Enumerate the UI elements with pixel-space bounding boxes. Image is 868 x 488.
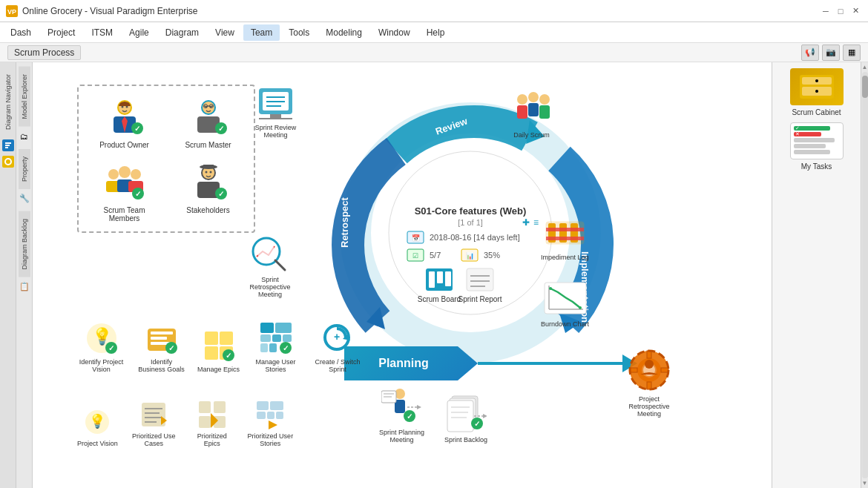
svg-marker-144	[269, 421, 277, 429]
svg-rect-2	[5, 142, 11, 144]
svg-rect-134	[199, 401, 211, 413]
backlog-icon[interactable]: 📋	[19, 280, 30, 292]
menu-window[interactable]: Window	[371, 24, 418, 41]
svg-text:✓: ✓	[135, 190, 141, 198]
prioritized-user-stories-label: Prioritized User Stories	[246, 432, 295, 447]
svg-rect-120	[269, 343, 277, 352]
sprint-review-meeting[interactable]: Sprint Review Meeting	[248, 85, 303, 139]
manage-user-stories[interactable]: ✓ Manage User Stories	[251, 321, 300, 373]
scroll-track-v	[862, 72, 868, 478]
project-retrospective-label: Project Retrospective Meeting	[619, 395, 679, 418]
sprint-retrospective[interactable]: Sprint Retrospective Meeting	[240, 233, 300, 298]
minimize-button[interactable]: ─	[819, 4, 832, 18]
property-tab[interactable]: Property	[19, 149, 30, 189]
menu-modeling[interactable]: Modeling	[318, 24, 369, 41]
svg-text:✚: ✚	[522, 217, 530, 228]
prioritized-epics[interactable]: Prioritized Epics	[190, 400, 234, 447]
svg-rect-88	[546, 228, 584, 231]
sprint-planning-meeting[interactable]: ✓ Sprint Planning Meeting	[374, 385, 430, 444]
model-icon[interactable]: 🗂	[19, 131, 30, 142]
svg-rect-142	[267, 412, 274, 419]
svg-text:✓: ✓	[407, 412, 412, 421]
menu-dash[interactable]: Dash	[3, 24, 39, 41]
sprint-backlog[interactable]: ✓ Sprint Backlog	[444, 392, 487, 444]
my-tasks-icon: ✓ ✕	[790, 122, 844, 159]
prioritized-epics-label: Prioritized Epics	[190, 432, 234, 447]
svg-text:35%: 35%	[484, 251, 500, 260]
scrum-team-item[interactable]: ✓ Scrum Team Members	[86, 159, 162, 225]
prioritized-use-cases-label: Prioritized Use Cases	[130, 432, 178, 447]
title-bar-left: VP Online Grocery - Visual Paradigm Ente…	[6, 5, 198, 17]
nav-icon-1[interactable]	[2, 139, 14, 151]
svg-text:✓: ✓	[218, 125, 224, 133]
manage-epics[interactable]: ✓ Manage Epics	[197, 329, 240, 373]
svg-point-35	[209, 171, 211, 173]
diagram-navigator-tab[interactable]: Diagram Navigator	[2, 67, 14, 137]
broadcast-icon-btn[interactable]: 📢	[801, 44, 819, 61]
product-owner-item[interactable]: ✓ Product Owner	[86, 93, 162, 151]
scroll-down-arrow[interactable]: ▼	[862, 480, 868, 487]
scrum-team-label: Scrum Team Members	[99, 206, 151, 222]
svg-point-93	[549, 287, 552, 290]
svg-rect-89	[546, 237, 584, 240]
svg-point-97	[257, 242, 274, 260]
menu-diagram[interactable]: Diagram	[158, 24, 206, 41]
menu-itsm[interactable]: ITSM	[84, 24, 120, 41]
scrum-cabinet-item[interactable]: Scrum Cabinet	[790, 68, 844, 116]
svg-text:✓: ✓	[226, 352, 231, 360]
scrum-master-item[interactable]: ✓ Scrum Master	[170, 93, 246, 151]
menu-project[interactable]: Project	[40, 24, 82, 41]
prioritized-user-stories[interactable]: Prioritized User Stories	[246, 400, 295, 447]
svg-point-178	[815, 90, 818, 93]
nav-icon-2[interactable]	[2, 156, 14, 168]
svg-rect-110	[205, 346, 218, 360]
right-scrollbar[interactable]: ▲ ▼	[861, 62, 868, 488]
menu-help[interactable]: Help	[419, 24, 453, 41]
svg-rect-117	[272, 334, 281, 342]
my-tasks-item[interactable]: ✓ ✕ My Tasks	[790, 122, 844, 171]
svg-rect-103	[151, 332, 173, 334]
menu-tools[interactable]: Tools	[281, 24, 317, 41]
stakeholders-item[interactable]: ✓ Stakeholders	[170, 159, 246, 225]
menu-team[interactable]: Team	[243, 24, 280, 41]
scrum-roles-box: ✓ Product Owner	[77, 85, 255, 233]
svg-rect-66	[467, 268, 493, 291]
app-title: Online Grocery - Visual Paradigm Enterpr…	[22, 6, 198, 16]
prioritized-use-cases[interactable]: Prioritized Use Cases	[130, 400, 178, 447]
identify-business-goals[interactable]: ✓ Identify Business Goals	[137, 321, 185, 373]
project-vision[interactable]: 💡 Project Vision	[77, 407, 118, 447]
planning-arrow[interactable]: Planning	[344, 346, 478, 380]
burndown-chart[interactable]: Burndown Chart	[541, 281, 589, 328]
property-icon[interactable]: 🔧	[19, 193, 30, 205]
project-retrospective[interactable]: Project Retrospective Meeting	[619, 348, 679, 418]
svg-rect-83	[539, 105, 550, 119]
svg-rect-63	[437, 271, 443, 283]
svg-point-34	[205, 171, 207, 173]
svg-rect-140	[270, 401, 283, 410]
svg-point-80	[528, 92, 539, 102]
svg-text:+: +	[334, 331, 340, 343]
create-switch-sprint[interactable]: + Create / Switch Sprint	[312, 321, 364, 373]
maximize-button[interactable]: □	[834, 4, 847, 18]
svg-line-96	[275, 260, 285, 270]
menu-agile[interactable]: Agile	[122, 24, 157, 41]
scroll-thumb-v[interactable]	[862, 76, 868, 98]
menu-view[interactable]: View	[208, 24, 242, 41]
identify-business-goals-label: Identify Business Goals	[137, 358, 185, 373]
svg-rect-81	[528, 103, 539, 116]
identify-project-vision[interactable]: 💡 ✓ Identify Project Vision	[77, 321, 125, 373]
my-tasks-label: My Tasks	[801, 162, 832, 171]
svg-text:S01-Core features (Web): S01-Core features (Web)	[415, 205, 527, 217]
camera-icon-btn[interactable]: 📷	[822, 44, 840, 61]
diagram-navigator-panel: Diagram Navigator	[0, 62, 16, 488]
diagram-backlog-tab[interactable]: Diagram Backlog	[19, 211, 30, 277]
impediment-log[interactable]: Impediment Log	[541, 214, 589, 261]
svg-point-27	[131, 169, 141, 179]
main-layout: Diagram Navigator Model Explorer 🗂 Prope…	[0, 62, 868, 488]
daily-scrum[interactable]: Daily Scrum	[511, 88, 552, 139]
title-bar: VP Online Grocery - Visual Paradigm Ente…	[0, 0, 868, 22]
model-explorer-tab[interactable]: Model Explorer	[19, 67, 30, 127]
close-button[interactable]: ✕	[849, 4, 862, 18]
scroll-up-arrow[interactable]: ▲	[862, 64, 868, 70]
layout-icon-btn[interactable]: ▦	[843, 44, 861, 61]
